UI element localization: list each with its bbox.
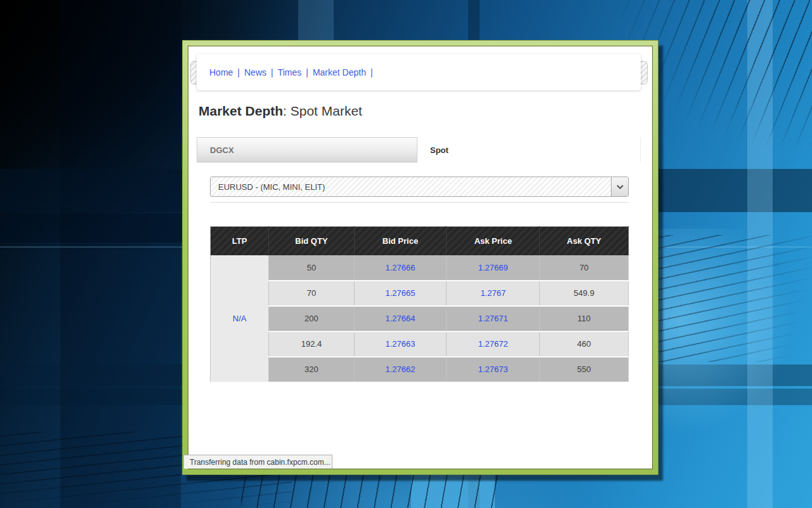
bid-qty-cell: 192.4 — [269, 331, 354, 357]
bid-price-link[interactable]: 1.27665 — [385, 288, 415, 298]
divider — [210, 202, 629, 203]
nav-link-market-depth[interactable]: Market Depth — [313, 67, 366, 77]
instrument-select-value: EURUSD - (MIC, MINI, ELIT) — [211, 182, 611, 192]
table-row: N/A 50 1.27666 1.27669 70 — [211, 255, 629, 281]
table-row: 320 1.27662 1.27673 550 — [211, 357, 629, 382]
page-title-rest: : Spot Market — [283, 104, 362, 118]
instrument-select[interactable]: EURUSD - (MIC, MINI, ELIT) — [210, 177, 629, 197]
page-title: Market Depth: Spot Market — [199, 104, 362, 119]
ask-price-link[interactable]: 1.27669 — [478, 263, 508, 272]
wallpaper-streaks — [647, 235, 812, 362]
bid-price-cell: 1.27662 — [354, 357, 447, 382]
ask-qty-cell: 550 — [540, 357, 629, 382]
bid-price-cell: 1.27665 — [354, 281, 447, 306]
ask-price-link[interactable]: 1.27672 — [478, 339, 508, 349]
nav-bar: Home | News | Times | Market Depth | — [197, 54, 641, 90]
ask-qty-cell: 549.9 — [540, 281, 629, 306]
bid-price-link[interactable]: 1.27663 — [385, 339, 415, 349]
bid-price-cell: 1.27664 — [354, 306, 447, 331]
ask-price-cell: 1.27673 — [447, 357, 540, 382]
ask-price-cell: 1.2767 — [447, 281, 540, 306]
bid-price-link[interactable]: 1.27662 — [385, 364, 415, 374]
header-bid-price: Bid Price — [354, 227, 447, 255]
bid-qty-cell: 320 — [269, 357, 354, 382]
nav-separator: | — [370, 67, 373, 77]
chevron-down-icon[interactable] — [611, 177, 628, 196]
table-header-row: LTP Bid QTY Bid Price Ask Price Ask QTY — [211, 227, 629, 255]
nav-separator: | — [306, 67, 308, 77]
header-ltp: LTP — [211, 227, 269, 255]
table-row: 70 1.27665 1.2767 549.9 — [211, 281, 629, 306]
page-title-bold: Market Depth — [199, 104, 283, 118]
bid-qty-cell: 200 — [269, 306, 354, 331]
ask-qty-cell: 460 — [540, 331, 629, 357]
tab-dgcx-label: DGCX — [210, 145, 234, 155]
table-row: 200 1.27664 1.27671 110 — [211, 306, 629, 331]
bid-price-link[interactable]: 1.27666 — [385, 263, 415, 272]
tab-spot[interactable]: Spot — [417, 137, 641, 163]
header-ask-qty: Ask QTY — [540, 227, 629, 255]
bid-price-cell: 1.27663 — [354, 331, 447, 357]
status-text: Transferring data from cabin.fxpcm.com..… — [190, 458, 331, 467]
ask-price-link[interactable]: 1.2767 — [480, 288, 506, 298]
ask-qty-cell: 110 — [540, 306, 629, 331]
bid-qty-cell: 50 — [269, 255, 354, 281]
tab-spot-label: Spot — [430, 145, 449, 155]
ltp-cell: N/A — [211, 255, 269, 382]
header-ask-price: Ask Price — [447, 227, 540, 255]
ask-price-cell: 1.27672 — [447, 331, 540, 357]
nav-link-times[interactable]: Times — [278, 67, 302, 77]
browser-window: Home | News | Times | Market Depth | Mar… — [182, 40, 658, 475]
nav-link-home[interactable]: Home — [209, 67, 233, 77]
ask-price-cell: 1.27669 — [447, 255, 540, 281]
ltp-value[interactable]: N/A — [233, 314, 247, 323]
header-bid-qty: Bid QTY — [269, 227, 354, 255]
status-bar: Transferring data from cabin.fxpcm.com..… — [184, 455, 332, 469]
tab-bar: DGCX Spot — [197, 137, 641, 163]
nav-link-news[interactable]: News — [244, 67, 266, 77]
ask-price-cell: 1.27671 — [447, 306, 540, 331]
browser-viewport: Home | News | Times | Market Depth | Mar… — [188, 46, 653, 469]
bid-qty-cell: 70 — [269, 281, 354, 306]
tab-dgcx[interactable]: DGCX — [197, 137, 417, 163]
nav-separator: | — [237, 67, 240, 77]
bid-price-link[interactable]: 1.27664 — [385, 314, 415, 323]
market-depth-table: LTP Bid QTY Bid Price Ask Price Ask QTY … — [210, 226, 629, 383]
table-row: 192.4 1.27663 1.27672 460 — [211, 331, 629, 357]
ask-price-link[interactable]: 1.27671 — [478, 314, 508, 323]
nav-separator: | — [271, 67, 273, 77]
ask-price-link[interactable]: 1.27673 — [478, 364, 508, 374]
ask-qty-cell: 70 — [540, 255, 629, 281]
bid-price-cell: 1.27666 — [354, 255, 447, 281]
